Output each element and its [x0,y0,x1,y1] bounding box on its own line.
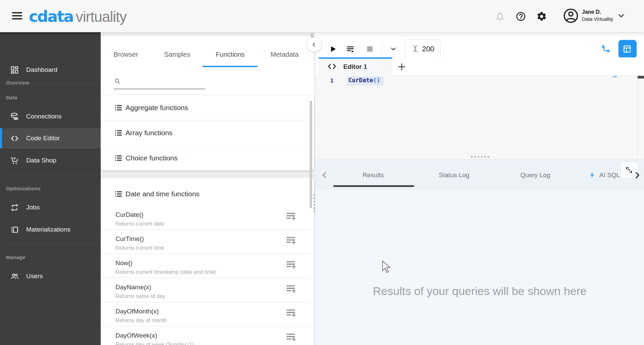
horizontal-resize-handle[interactable] [471,156,489,158]
flow-route-icon [601,44,611,54]
section-header: Date and time functions [126,190,200,198]
add-to-editor-icon[interactable] [285,307,297,318]
row-limit-value: 200 [422,45,435,53]
help-icon[interactable] [515,11,526,22]
list-icon [114,103,123,112]
notifications-bell-icon[interactable] [495,11,505,22]
run-all-button[interactable] [344,42,357,56]
sidebar-item-jobs[interactable]: Jobs [0,197,101,217]
results-area [315,190,644,345]
sidebar-item-code-editor[interactable]: Code Editor [0,128,101,148]
sidebar-item-users[interactable]: Users [0,266,101,286]
function-description: Returns current date [115,221,164,227]
function-item-dayname[interactable]: DayName(x) Returns name of day [101,278,314,302]
function-search [113,76,205,89]
category-date-time-functions[interactable]: Date and time functions [114,184,200,204]
list-scrollbar[interactable] [310,101,312,208]
sidebar-item-label: Connections [26,106,62,127]
run-options-dropdown[interactable] [387,42,400,56]
function-name: Now() [115,259,133,267]
new-editor-tab-button[interactable] [397,62,406,71]
function-item-dayofmonth[interactable]: DayOfMonth(x) Returns day of month [101,302,314,326]
vertical-resize-handle[interactable] [313,192,315,214]
section-label-optimizations: Optimizations [6,186,41,191]
sidebar-item-materializations[interactable]: Materializations [0,219,101,240]
dashboard-icon [10,65,19,75]
results-tabbar: Results Status Log Query Log AI SQL E [315,159,644,190]
function-description: Returns current time [115,245,164,251]
code-token-function: CurDate [348,77,373,84]
menu-icon[interactable] [11,11,23,21]
function-description: Returns day of month [115,317,167,324]
active-results-tab-underline [333,185,414,187]
tab-browser[interactable]: Browser [113,50,138,59]
search-underline [113,89,205,89]
sidebar-item-label: Jobs [26,197,40,217]
function-name: CurTime() [115,235,144,243]
sidebar-item-label: Materializations [26,219,70,240]
code-line: CurDate() [348,77,380,84]
query-plan-button[interactable] [599,42,612,56]
tab-query-log[interactable]: Query Log [521,160,550,190]
editor-tab-label: Editor 1 [343,57,367,76]
function-name: DayOfWeek(x) [115,332,157,339]
list-icon [114,154,123,162]
jobs-icon [10,203,19,212]
category-array-functions[interactable]: Array functions [101,120,314,145]
function-item-now[interactable]: Now() Returns current timestamp (date an… [101,254,314,278]
connections-icon [10,112,19,121]
chevron-down-icon[interactable] [617,13,628,23]
code-token-parens: () [373,77,380,84]
toggle-editor-view-button[interactable] [618,40,637,58]
tab-status-log[interactable]: Status Log [439,160,469,190]
add-to-editor-icon[interactable] [285,283,297,294]
function-item-curtime[interactable]: CurTime() Returns current time [101,230,314,254]
stop-icon [367,46,373,52]
sidebar-item-label: Users [26,266,43,286]
settings-gear-icon[interactable] [536,11,547,22]
function-description: Returns current timestamp (date and time… [115,269,216,275]
tabs-scroll-left-icon[interactable] [320,171,329,180]
category-label: Aggregate functions [126,104,188,112]
row-limit-field[interactable]: 200 [405,39,441,58]
row-limit-icon [411,45,419,53]
sidebar-item-data-shop[interactable]: Data Shop [0,150,101,170]
add-to-editor-icon[interactable] [285,234,297,246]
category-aggregate-functions[interactable]: Aggregate functions [101,95,314,120]
sidebar-item-connections[interactable]: Connections [0,106,101,127]
app-logo: cdatavirtuality [29,7,127,26]
sidebar-item-label: Code Editor [26,128,60,148]
category-label: Choice functions [126,154,178,162]
function-description: Returns day of week (Sunday=1) [115,342,194,345]
editor-scrollbar-top[interactable] [638,76,644,79]
minimap-marker [613,76,617,78]
collapse-panel-button[interactable] [307,37,321,52]
toolbar-divider [382,41,382,57]
function-item-curdate[interactable]: CurDate() Returns current date [101,205,314,230]
search-input[interactable] [123,77,205,86]
stop-button[interactable] [363,42,377,56]
tabs-scroll-right-icon[interactable] [633,171,642,180]
function-name: CurDate() [115,211,143,218]
playlist-play-icon [346,45,355,54]
code-icon [10,134,19,143]
add-to-editor-icon[interactable] [285,210,297,221]
tab-functions[interactable]: Functions [216,50,245,59]
editor-tab-1[interactable]: Editor 1 [319,57,392,76]
users-icon [10,272,19,281]
category-choice-functions[interactable]: Choice functions [101,145,314,170]
add-to-editor-icon[interactable] [285,258,297,270]
cart-icon [10,156,19,165]
sidebar-item-dashboard[interactable]: Dashboard [0,60,101,80]
function-name: DayOfMonth(x) [115,308,159,315]
function-categories-card: Aggregate functions Array functions Choi… [101,95,314,170]
tab-metadata[interactable]: Metadata [270,50,298,59]
run-query-button[interactable] [326,42,340,56]
function-item-dayofweek[interactable]: DayOfWeek(x) Returns day of week (Sunday… [101,326,314,345]
sidebar-divider [6,83,101,84]
tab-samples[interactable]: Samples [164,50,190,59]
sidebar-item-label: Data Shop [26,150,56,170]
code-editor-area[interactable]: 1 CurDate() [315,76,644,159]
editor-toolbar: 200 [315,36,644,57]
add-to-editor-icon[interactable] [285,331,297,342]
